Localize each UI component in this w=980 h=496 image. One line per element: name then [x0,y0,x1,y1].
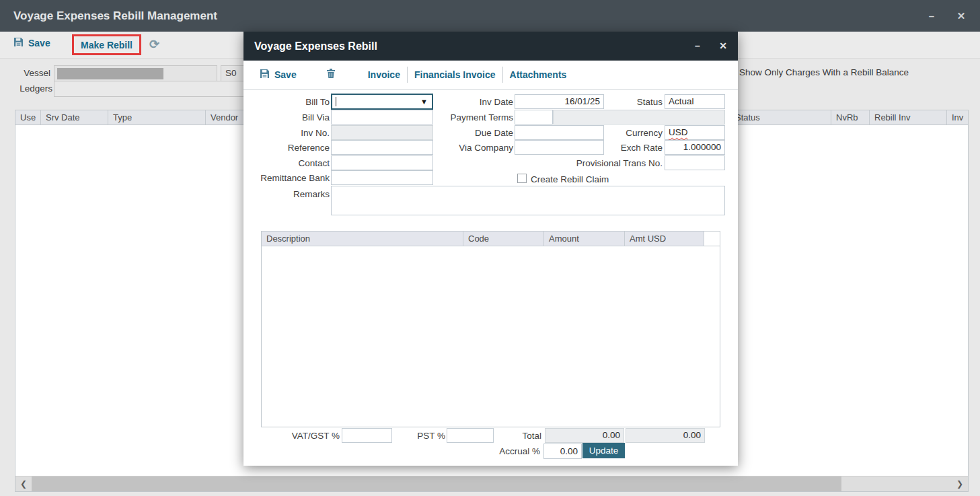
vat-gst-input[interactable] [342,428,392,443]
make-rebill-button[interactable]: Make Rebill [72,34,141,55]
payment-terms-input[interactable] [515,110,553,125]
main-minimize-button[interactable]: – [918,0,945,32]
save-icon [13,37,24,49]
col-nvrb[interactable]: NvRb [831,110,870,125]
delete-button[interactable] [326,68,336,81]
main-close-button[interactable]: ✕ [948,0,975,32]
status-label: Status [609,97,663,107]
provisional-trans-no-label: Provisional Trans No. [555,158,663,168]
payment-terms-desc-field [553,110,725,125]
modal-titlebar: Voyage Expenses Rebill – ✕ [243,32,738,61]
make-rebill-label: Make Rebill [81,40,133,50]
col-use[interactable]: Use [15,110,41,125]
reference-input[interactable] [331,140,433,155]
voyage-expenses-rebill-dialog: Voyage Expenses Rebill – ✕ Save Invoice … [243,32,738,466]
remittance-bank-input[interactable] [331,170,433,185]
toolbar-separator [407,67,408,83]
inv-date-label: Inv Date [432,97,513,107]
text-cursor [336,97,336,106]
status-input[interactable]: Actual [665,94,725,109]
bill-via-input[interactable] [331,110,433,125]
scrollbar-thumb[interactable] [32,476,841,491]
total-label: Total [501,431,541,441]
col-srv-date[interactable]: Srv Date [41,110,108,125]
bill-to-label: Bill To [249,97,330,107]
remittance-bank-label: Remittance Bank [249,173,330,183]
total-amt-usd-field: 0.00 [626,428,705,443]
chevron-down-icon: ▼ [420,98,428,106]
show-only-charges-filter-label[interactable]: Show Only Charges With a Rebill Balance [739,67,909,77]
exch-rate-label: Exch Rate [609,143,663,153]
header-filler [704,232,720,246]
accrual-input[interactable]: 0.00 [543,444,582,459]
create-rebill-claim-checkbox[interactable] [517,174,527,183]
modal-close-button[interactable]: ✕ [711,32,735,61]
col-type[interactable]: Type [108,110,206,125]
pst-label: PST % [398,431,445,441]
inv-date-input[interactable]: 16/01/25 [515,94,604,109]
pst-input[interactable] [447,428,494,443]
remarks-label: Remarks [249,189,330,199]
inv-no-input[interactable] [331,125,433,140]
col-description[interactable]: Description [262,232,463,246]
contact-input[interactable] [331,155,433,170]
refresh-icon[interactable]: ⟳ [149,37,159,52]
contact-label: Contact [249,158,330,168]
bill-via-label: Bill Via [249,112,330,122]
main-save-button[interactable]: Save [13,37,50,49]
accrual-label: Accrual % [473,446,540,456]
invoice-tab[interactable]: Invoice [368,69,400,80]
modal-save-label: Save [274,69,297,80]
col-amt-usd[interactable]: Amt USD [625,232,704,246]
vessel-value-redacted [57,68,163,79]
col-amount[interactable]: Amount [544,232,625,246]
horizontal-scrollbar[interactable]: ❮ ❯ [15,476,968,491]
update-button[interactable]: Update [582,443,625,458]
via-company-input[interactable] [515,140,604,155]
main-save-label: Save [28,38,50,48]
exch-rate-input[interactable]: 1.000000 [665,140,725,155]
bill-to-dropdown[interactable]: ▼ [331,94,433,110]
main-window-titlebar: Voyage Expenses Rebill Management – ✕ [0,0,980,32]
provisional-trans-no-input[interactable] [665,155,725,170]
save-icon [260,69,270,81]
ledgers-label: Ledgers [0,83,52,94]
payment-terms-label: Payment Terms [419,112,513,122]
modal-minimize-button[interactable]: – [685,32,710,61]
modal-save-button[interactable]: Save [260,69,297,81]
create-rebill-claim-label: Create Rebill Claim [531,174,638,184]
col-code[interactable]: Code [463,232,544,246]
due-date-input[interactable] [515,125,604,140]
currency-input[interactable]: USD [665,125,725,140]
vat-gst-label: VAT/GST % [259,431,340,441]
trash-icon [326,68,336,81]
total-amount-field: 0.00 [545,428,624,443]
due-date-label: Due Date [432,128,513,138]
modal-title: Voyage Expenses Rebill [254,32,377,61]
vessel-input[interactable] [54,65,217,81]
scroll-right-icon[interactable]: ❯ [952,476,968,491]
main-window-title: Voyage Expenses Rebill Management [13,0,217,32]
toolbar-separator [502,67,503,83]
col-inv[interactable]: Inv [947,110,968,125]
scroll-left-icon[interactable]: ❮ [15,476,32,491]
financials-invoice-tab[interactable]: Financials Invoice [414,69,496,80]
reference-label: Reference [249,143,330,153]
via-company-label: Via Company [432,143,513,153]
col-status[interactable]: Status [730,110,831,125]
col-rebill-inv[interactable]: Rebill Inv [870,110,947,125]
currency-value: USD [669,127,688,137]
modal-toolbar: Save Invoice Financials Invoice Attachme… [243,61,738,90]
vessel-label: Vessel [0,68,50,78]
attachments-tab[interactable]: Attachments [510,69,567,80]
currency-label: Currency [609,128,663,138]
line-items-header: Description Code Amount Amt USD [262,232,720,246]
remarks-textarea[interactable] [331,186,725,215]
inv-no-label: Inv No. [249,128,330,138]
rebill-line-items-table: Description Code Amount Amt USD [261,231,720,427]
